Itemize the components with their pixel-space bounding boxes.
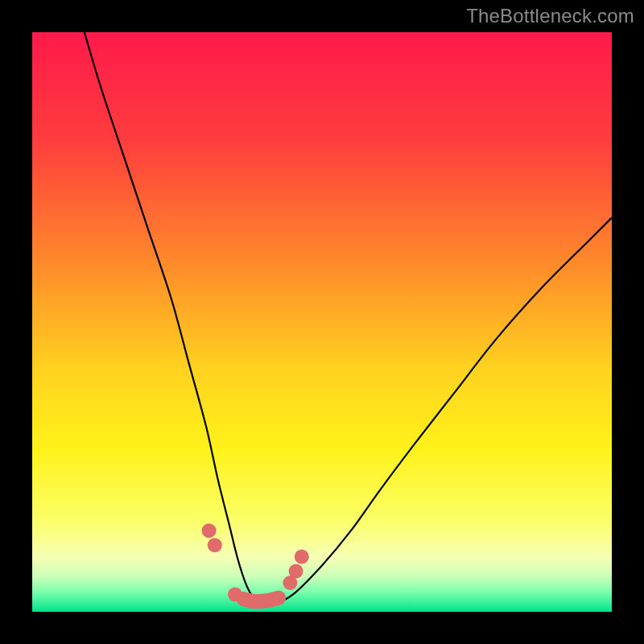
threshold-marker: [208, 538, 222, 552]
bottleneck-curve: [85, 32, 612, 606]
threshold-marker: [202, 523, 217, 538]
threshold-marker: [289, 564, 303, 579]
curve-layer: [32, 32, 612, 612]
watermark-text: TheBottleneck.com: [466, 5, 634, 27]
threshold-markers: [202, 523, 309, 609]
threshold-marker: [295, 550, 309, 564]
chart-frame: TheBottleneck.com: [0, 0, 644, 644]
threshold-marker: [271, 591, 286, 605]
plot-area: [32, 32, 612, 612]
